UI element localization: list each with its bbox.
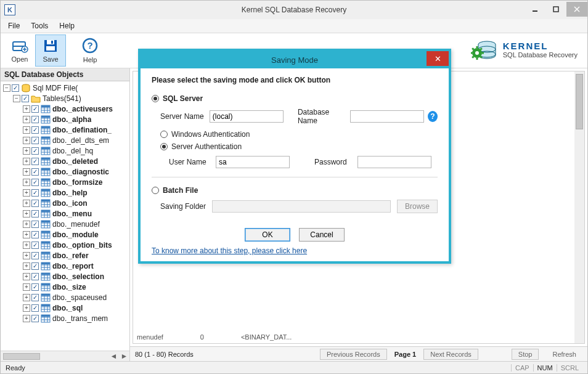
help-button[interactable]: ? Help <box>75 35 105 67</box>
open-button[interactable]: Open <box>4 35 35 67</box>
server-name-label: Server Name <box>160 112 210 121</box>
svg-rect-106 <box>41 231 50 233</box>
app-window: K Kernel SQL Database Recovery File Tool… <box>0 0 588 374</box>
table-icon <box>41 220 51 229</box>
table-icon <box>41 168 51 176</box>
database-name-input[interactable] <box>350 110 424 123</box>
tree-item[interactable]: +dbo._spaceused <box>3 292 129 303</box>
tree-hscrollbar[interactable]: ◄ ► <box>1 351 129 361</box>
save-icon <box>42 38 59 55</box>
svg-text:?: ? <box>87 40 92 51</box>
minimize-button[interactable] <box>525 2 545 17</box>
saving-folder-label: Saving Folder <box>160 202 212 211</box>
peek-c3: <BINARY_DAT... <box>241 333 292 341</box>
hscroll-left-icon[interactable]: ◄ <box>108 352 119 361</box>
table-icon <box>41 304 51 312</box>
stop-button[interactable]: Stop <box>512 349 539 360</box>
tree-item[interactable]: +dbo._formsize <box>3 177 129 187</box>
tree-item[interactable]: +dbo._del_dts_em <box>3 135 129 145</box>
grid-vscrollbar[interactable] <box>574 71 584 343</box>
table-icon <box>41 251 51 260</box>
object-tree[interactable]: −Sql MDF File(−Tables(541)+dbo._activeus… <box>1 81 129 351</box>
svg-line-24 <box>472 48 473 49</box>
windows-auth-radio[interactable]: Windows Authentication <box>160 130 438 139</box>
username-input[interactable] <box>216 156 290 168</box>
windows-auth-label: Windows Authentication <box>171 130 250 139</box>
maximize-button[interactable] <box>545 2 566 17</box>
dialog-close-button[interactable]: ✕ <box>427 51 449 66</box>
close-button[interactable] <box>566 2 587 17</box>
hscroll-thumb[interactable] <box>3 353 40 360</box>
svg-rect-70 <box>41 168 50 170</box>
learn-more-link[interactable]: To know more about this step, please cli… <box>152 246 307 255</box>
tree-item[interactable]: +dbo._icon <box>3 198 129 208</box>
hscroll-right-icon[interactable]: ► <box>119 352 129 361</box>
ok-button[interactable]: OK <box>245 228 290 242</box>
tree-root[interactable]: −Sql MDF File( <box>3 83 129 93</box>
server-auth-radio[interactable]: Server Authentication <box>160 142 438 151</box>
tree-item[interactable]: +dbo._help <box>3 187 129 198</box>
svg-rect-118 <box>41 252 50 254</box>
status-bar: Ready CAP NUM SCRL <box>1 361 587 373</box>
cancel-button[interactable]: Cancel <box>299 228 345 242</box>
tree-item[interactable]: +dbo._report <box>3 261 129 271</box>
radio-icon <box>152 187 159 194</box>
tree-item[interactable]: +dbo._trans_mem <box>3 313 129 323</box>
tree-item[interactable]: +dbo._alpha <box>3 114 129 124</box>
tree-item[interactable]: +dbo._refer <box>3 250 129 261</box>
tree-item[interactable]: +dbo._size <box>3 282 129 292</box>
batch-file-radio[interactable]: Batch File <box>152 186 438 195</box>
tree-item[interactable]: +dbo._menudef <box>3 219 129 229</box>
svg-rect-46 <box>41 126 50 128</box>
tree-item[interactable]: +dbo._del_hq <box>3 145 129 156</box>
tree-item[interactable]: +dbo._module <box>3 229 129 240</box>
tree-item[interactable]: +dbo._diagnostic <box>3 166 129 177</box>
open-icon <box>11 38 28 55</box>
status-cap: CAP <box>511 364 533 372</box>
menu-help[interactable]: Help <box>59 22 75 30</box>
password-input[interactable] <box>357 156 431 168</box>
tree-item[interactable]: +dbo._deleted <box>3 156 129 166</box>
svg-rect-154 <box>41 315 50 317</box>
vscroll-thumb[interactable] <box>576 74 583 129</box>
radio-icon <box>160 143 168 150</box>
svg-rect-100 <box>41 221 50 222</box>
menu-tools[interactable]: Tools <box>31 22 48 30</box>
password-label: Password <box>314 158 357 166</box>
tree-item[interactable]: +dbo._selection <box>3 271 129 282</box>
table-icon <box>41 189 51 197</box>
prev-records-button[interactable]: Previous Records <box>320 349 387 360</box>
batch-file-label: Batch File <box>163 186 198 195</box>
svg-point-19 <box>475 51 479 55</box>
brand-sub: SQL Database Recovery <box>503 51 578 59</box>
records-summary: 80 (1 - 80) Records <box>135 351 194 358</box>
table-icon <box>41 272 51 281</box>
svg-rect-58 <box>41 147 50 149</box>
menu-file[interactable]: File <box>8 22 20 30</box>
tree-item[interactable]: +dbo._option_bits <box>3 240 129 250</box>
next-records-button[interactable]: Next Records <box>423 349 478 360</box>
folder-icon <box>31 94 41 103</box>
tree-item[interactable]: +dbo._activeusers <box>3 104 129 114</box>
table-icon <box>41 283 51 291</box>
table-icon <box>41 115 51 124</box>
app-icon: K <box>4 4 15 15</box>
database-icon <box>21 84 31 92</box>
svg-rect-11 <box>51 41 53 44</box>
saving-folder-input <box>212 200 391 213</box>
tree-item[interactable]: +dbo._sql <box>3 303 129 313</box>
svg-rect-94 <box>41 210 50 212</box>
table-icon <box>41 147 51 155</box>
svg-rect-76 <box>41 179 50 181</box>
db-help-icon[interactable]: ? <box>428 111 438 122</box>
refresh-button[interactable]: Refresh <box>546 349 582 359</box>
sql-server-radio[interactable]: SQL Server <box>152 94 438 103</box>
tree-item[interactable]: +dbo._menu <box>3 208 129 219</box>
svg-rect-124 <box>41 262 50 264</box>
table-icon <box>41 241 51 250</box>
tree-tables[interactable]: −Tables(541) <box>3 93 129 104</box>
save-button[interactable]: Save <box>35 35 66 67</box>
tree-item[interactable]: +dbo._defination_ <box>3 124 129 135</box>
saving-mode-dialog: Saving Mode ✕ Please select the saving m… <box>138 49 451 264</box>
server-name-input[interactable] <box>210 110 284 123</box>
